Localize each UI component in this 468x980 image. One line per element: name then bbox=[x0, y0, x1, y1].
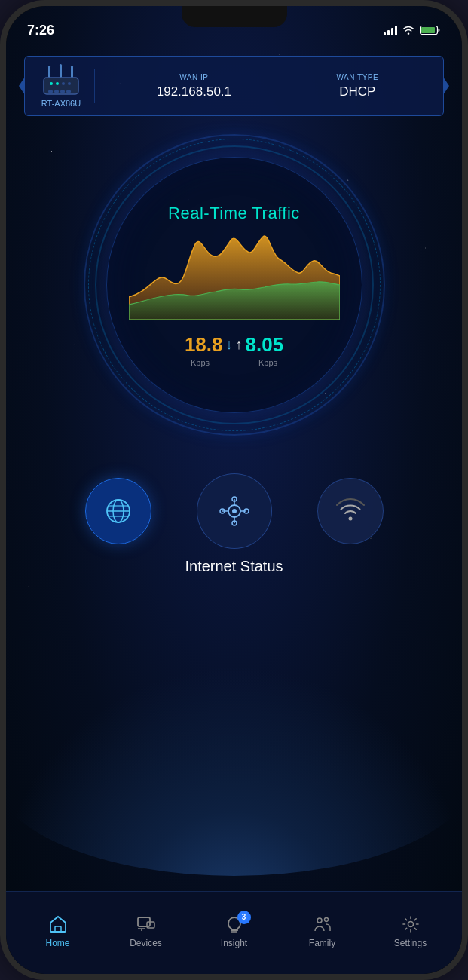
insight-badge: 3 bbox=[237, 911, 251, 924]
nav-insight[interactable]: 3 Insight bbox=[190, 906, 278, 948]
nav-family-label: Family bbox=[309, 938, 335, 948]
router-svg bbox=[41, 64, 81, 97]
svg-rect-31 bbox=[55, 926, 61, 932]
home-icon bbox=[47, 914, 69, 935]
phone-frame: 7:26 bbox=[0, 0, 468, 980]
bottom-nav: Home Devices bbox=[6, 891, 462, 974]
battery-icon bbox=[420, 25, 441, 35]
svg-rect-2 bbox=[48, 66, 50, 78]
upload-value: 8.05 bbox=[246, 333, 284, 357]
svg-rect-7 bbox=[48, 90, 53, 93]
traffic-stats: 18.8 ↓ ↑ 8.05 bbox=[185, 333, 283, 357]
router-card[interactable]: RT-AX86U WAN IP 192.168.50.1 WAN TYPE DH… bbox=[24, 56, 444, 116]
phone-screen: 7:26 bbox=[6, 6, 462, 974]
wan-type-label: WAN TYPE bbox=[337, 73, 379, 81]
wan-type-value: DHCP bbox=[339, 84, 375, 100]
download-value: 18.8 bbox=[185, 333, 223, 357]
traffic-title: Real-Time Traffic bbox=[168, 204, 300, 223]
nav-settings[interactable]: Settings bbox=[366, 906, 454, 948]
svg-point-21 bbox=[232, 509, 237, 513]
download-arrow: ↓ bbox=[226, 337, 233, 353]
upload-unit: Kbps bbox=[249, 358, 287, 367]
nav-family[interactable]: Family bbox=[278, 906, 366, 948]
status-time: 7:26 bbox=[27, 23, 54, 38]
nav-devices-label: Devices bbox=[130, 938, 162, 948]
svg-point-40 bbox=[408, 921, 413, 926]
internet-status-label: Internet Status bbox=[185, 558, 283, 574]
svg-point-11 bbox=[50, 82, 53, 85]
nav-insight-label: Insight bbox=[221, 938, 247, 948]
traffic-circle: Real-Time Traffic bbox=[84, 134, 385, 436]
globe-icon bbox=[103, 496, 133, 526]
planet-horizon bbox=[6, 665, 462, 876]
signal-icon bbox=[384, 25, 397, 35]
phone-notch bbox=[182, 6, 287, 27]
router-divider bbox=[94, 69, 95, 103]
settings-icon bbox=[400, 914, 421, 935]
inner-circle: Real-Time Traffic bbox=[106, 157, 362, 413]
nav-settings-label: Settings bbox=[394, 938, 427, 948]
insight-icon: 3 bbox=[224, 914, 245, 935]
router-image: RT-AX86U bbox=[37, 64, 85, 108]
network-button[interactable] bbox=[197, 473, 272, 549]
svg-point-30 bbox=[348, 517, 352, 521]
svg-point-12 bbox=[56, 82, 59, 85]
svg-rect-9 bbox=[60, 90, 65, 93]
wifi-large-icon bbox=[335, 496, 366, 526]
wan-type-section: WAN TYPE DHCP bbox=[337, 73, 379, 100]
wan-ip-value: 192.168.50.1 bbox=[157, 84, 231, 100]
nav-devices[interactable]: Devices bbox=[102, 906, 190, 948]
stat-units: Kbps Kbps bbox=[182, 358, 287, 367]
upload-arrow: ↑ bbox=[236, 337, 243, 353]
svg-point-38 bbox=[317, 918, 322, 923]
wan-ip-section: WAN IP 192.168.50.1 bbox=[157, 73, 231, 100]
svg-point-14 bbox=[68, 82, 71, 85]
traffic-chart bbox=[129, 229, 340, 327]
router-name: RT-AX86U bbox=[41, 99, 81, 108]
traffic-section: Real-Time Traffic bbox=[6, 134, 462, 436]
wifi-icon bbox=[402, 25, 415, 35]
wan-ip-label: WAN IP bbox=[179, 73, 208, 81]
svg-rect-10 bbox=[66, 90, 71, 93]
wifi-button[interactable] bbox=[317, 478, 384, 544]
download-unit: Kbps bbox=[182, 358, 219, 367]
svg-rect-8 bbox=[54, 90, 59, 93]
svg-rect-4 bbox=[71, 66, 73, 78]
svg-point-13 bbox=[62, 82, 65, 85]
family-icon bbox=[312, 914, 333, 935]
nav-home[interactable]: Home bbox=[14, 906, 102, 948]
devices-icon bbox=[136, 914, 157, 935]
svg-rect-1 bbox=[421, 27, 435, 33]
network-icon bbox=[218, 495, 251, 528]
svg-rect-3 bbox=[60, 64, 62, 78]
nav-home-label: Home bbox=[45, 938, 69, 948]
svg-point-39 bbox=[324, 917, 328, 921]
bottom-buttons bbox=[6, 473, 462, 549]
status-icons bbox=[384, 25, 441, 35]
router-info: WAN IP 192.168.50.1 WAN TYPE DHCP bbox=[104, 73, 431, 100]
internet-button[interactable] bbox=[85, 478, 151, 544]
